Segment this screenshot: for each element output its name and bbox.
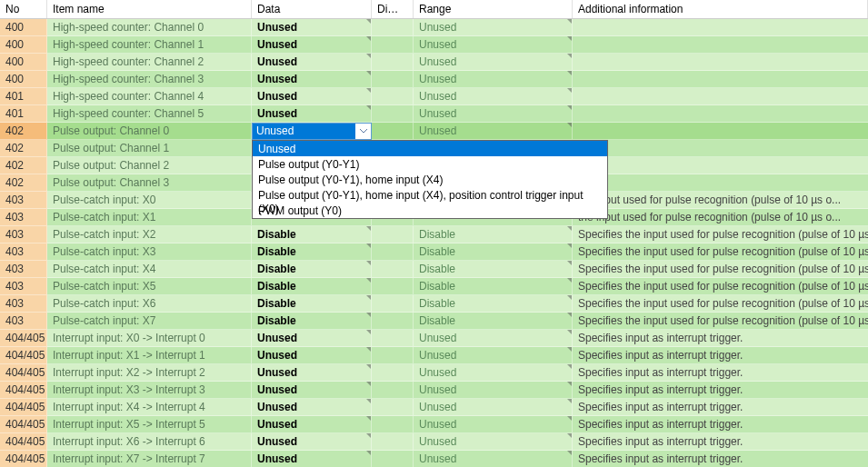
cell-data[interactable]: Unused xyxy=(252,19,372,36)
cell-item: Pulse-catch input: X0 xyxy=(47,192,252,209)
cell-range: Disable xyxy=(414,261,573,278)
cell-range: Disable xyxy=(414,295,573,313)
table-row[interactable]: 404/405Interrupt input: X0 -> Interrupt … xyxy=(0,330,868,347)
cell-data[interactable]: Unused xyxy=(252,36,372,54)
cell-data[interactable]: Unused xyxy=(252,416,372,433)
table-row[interactable]: 401High-speed counter: Channel 5UnusedUn… xyxy=(0,105,868,123)
cell-no: 403 xyxy=(0,278,47,295)
cell-data[interactable]: Unused xyxy=(252,71,372,88)
cell-data[interactable]: Unused xyxy=(252,451,372,467)
cell-data[interactable]: Disable xyxy=(252,313,372,330)
table-row[interactable]: 400High-speed counter: Channel 1UnusedUn… xyxy=(0,36,868,54)
cell-dim xyxy=(372,243,414,261)
cell-no: 403 xyxy=(0,313,47,330)
cell-no: 403 xyxy=(0,192,47,209)
table-row[interactable]: 403Pulse-catch input: X6DisableDisableSp… xyxy=(0,295,868,313)
header-data[interactable]: Data xyxy=(252,0,372,18)
cell-data[interactable]: Unused xyxy=(252,88,372,105)
table-row[interactable]: 403Pulse-catch input: X4DisableDisableSp… xyxy=(0,261,868,278)
cell-range: Unused xyxy=(414,433,573,451)
cell-item: Interrupt input: X3 -> Interrupt 3 xyxy=(47,382,252,399)
dropdown-list[interactable]: UnusedPulse output (Y0-Y1)Pulse output (… xyxy=(252,140,608,219)
chevron-down-icon[interactable] xyxy=(355,124,371,139)
cell-no: 404/405 xyxy=(0,364,47,382)
cell-info: Specifies the input used for pulse recog… xyxy=(573,278,868,295)
table-row[interactable]: 404/405Interrupt input: X3 -> Interrupt … xyxy=(0,382,868,399)
cell-data[interactable]: Unused xyxy=(252,347,372,364)
cell-info: Specifies input as interrupt trigger. xyxy=(573,451,868,467)
table-row[interactable]: 402Pulse output: Channel 0UnusedUnused xyxy=(0,123,868,140)
cell-info xyxy=(573,157,868,174)
table-row[interactable]: 404/405Interrupt input: X1 -> Interrupt … xyxy=(0,347,868,364)
cell-info xyxy=(573,71,868,88)
cell-no: 400 xyxy=(0,19,47,36)
table-row[interactable]: 403Pulse-catch input: X3DisableDisableSp… xyxy=(0,243,868,261)
cell-range: Disable xyxy=(414,243,573,261)
cell-data[interactable]: Disable xyxy=(252,295,372,313)
cell-info: Specifies input as interrupt trigger. xyxy=(573,364,868,382)
cell-info: Specifies input as interrupt trigger. xyxy=(573,330,868,347)
cell-dim xyxy=(372,19,414,36)
cell-data[interactable]: Unused xyxy=(252,433,372,451)
table-row[interactable]: 400High-speed counter: Channel 0UnusedUn… xyxy=(0,19,868,36)
cell-dim xyxy=(372,226,414,243)
cell-data[interactable]: Unused xyxy=(252,382,372,399)
table-row[interactable]: 404/405Interrupt input: X4 -> Interrupt … xyxy=(0,399,868,416)
data-combobox[interactable]: Unused xyxy=(252,123,372,140)
table-row[interactable]: 404/405Interrupt input: X5 -> Interrupt … xyxy=(0,416,868,433)
cell-data[interactable]: Disable xyxy=(252,243,372,261)
cell-item: Interrupt input: X5 -> Interrupt 5 xyxy=(47,416,252,433)
cell-item: Pulse-catch input: X1 xyxy=(47,209,252,226)
table-row[interactable]: 404/405Interrupt input: X6 -> Interrupt … xyxy=(0,433,868,451)
table-row[interactable]: 403Pulse-catch input: X2DisableDisableSp… xyxy=(0,226,868,243)
header-dim[interactable]: Dime... xyxy=(372,0,414,18)
cell-data[interactable]: Disable xyxy=(252,278,372,295)
table-row[interactable]: 400High-speed counter: Channel 3UnusedUn… xyxy=(0,71,868,88)
cell-data[interactable]: Unused xyxy=(252,399,372,416)
cell-data[interactable]: Unused xyxy=(252,105,372,123)
table-row[interactable]: 400High-speed counter: Channel 2UnusedUn… xyxy=(0,54,868,71)
cell-dim xyxy=(372,416,414,433)
cell-data[interactable]: Unused xyxy=(252,54,372,71)
table-row[interactable]: 404/405Interrupt input: X7 -> Interrupt … xyxy=(0,451,868,467)
cell-range: Unused xyxy=(414,399,573,416)
cell-item: Interrupt input: X4 -> Interrupt 4 xyxy=(47,399,252,416)
cell-dim xyxy=(372,123,414,140)
cell-info xyxy=(573,105,868,123)
header-info[interactable]: Additional information xyxy=(573,0,868,18)
header-range[interactable]: Range xyxy=(414,0,573,18)
dropdown-option[interactable]: PWM output (Y0) xyxy=(253,203,607,218)
dropdown-option[interactable]: Unused xyxy=(253,141,607,156)
cell-item: High-speed counter: Channel 1 xyxy=(47,36,252,54)
cell-no: 400 xyxy=(0,71,47,88)
cell-no: 404/405 xyxy=(0,347,47,364)
cell-range: Disable xyxy=(414,226,573,243)
header-item[interactable]: Item name xyxy=(47,0,252,18)
cell-data[interactable]: Unused xyxy=(252,330,372,347)
cell-dim xyxy=(372,382,414,399)
cell-data[interactable]: Disable xyxy=(252,261,372,278)
header-no[interactable]: No xyxy=(0,0,47,18)
cell-item: Pulse output: Channel 3 xyxy=(47,174,252,192)
cell-range: Disable xyxy=(414,313,573,330)
cell-no: 404/405 xyxy=(0,330,47,347)
dropdown-option[interactable]: Pulse output (Y0-Y1), home input (X4) xyxy=(253,172,607,187)
table-row[interactable]: 404/405Interrupt input: X2 -> Interrupt … xyxy=(0,364,868,382)
table-body: 400High-speed counter: Channel 0UnusedUn… xyxy=(0,19,868,467)
dropdown-option[interactable]: Pulse output (Y0-Y1) xyxy=(253,156,607,172)
cell-range: Unused xyxy=(414,416,573,433)
table-row[interactable]: 401High-speed counter: Channel 4UnusedUn… xyxy=(0,88,868,105)
cell-item: High-speed counter: Channel 3 xyxy=(47,71,252,88)
dropdown-option[interactable]: Pulse output (Y0-Y1), home input (X4), p… xyxy=(253,187,607,203)
cell-data[interactable]: Disable xyxy=(252,226,372,243)
table-row[interactable]: 403Pulse-catch input: X7DisableDisableSp… xyxy=(0,313,868,330)
cell-dim xyxy=(372,54,414,71)
cell-info: the input used for pulse recognition (pu… xyxy=(573,192,868,209)
cell-dim xyxy=(372,278,414,295)
cell-dim xyxy=(372,364,414,382)
cell-dim xyxy=(372,88,414,105)
cell-data[interactable]: Unused xyxy=(252,364,372,382)
cell-no: 402 xyxy=(0,123,47,140)
cell-range: Unused xyxy=(414,88,573,105)
table-row[interactable]: 403Pulse-catch input: X5DisableDisableSp… xyxy=(0,278,868,295)
